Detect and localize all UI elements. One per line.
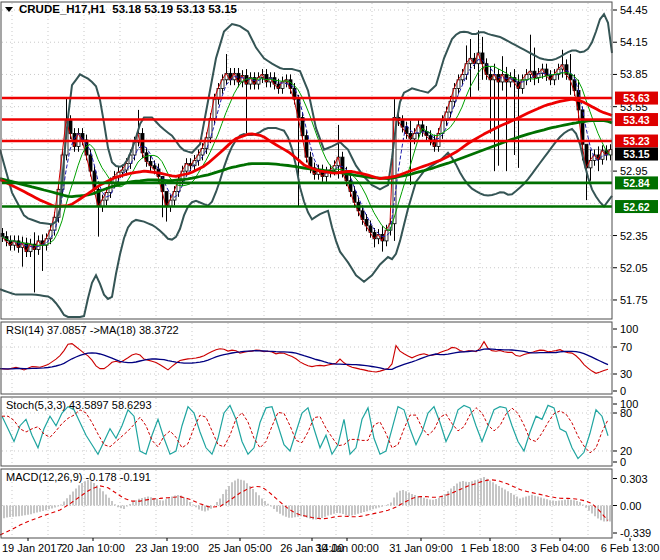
time-axis-label: 6 Feb 13:00 <box>601 542 660 554</box>
time-axis-label: 20 Jan 10:00 <box>61 542 125 554</box>
time-axis-label: 1 Feb 18:00 <box>461 542 520 554</box>
stoch-axis-label: 0 <box>620 456 626 468</box>
time-axis-label: 30 Jan 00:00 <box>315 542 379 554</box>
chart-title-ohlc: 53.18 53.19 53.13 53.15 <box>112 3 237 15</box>
time-axis-label: 31 Jan 09:00 <box>389 542 453 554</box>
price-axis-label: 51.75 <box>620 294 648 306</box>
chart-window: 54.4554.1553.8553.5552.9552.3552.0551.75… <box>0 0 660 560</box>
price-tag-label: 53.63 <box>623 92 649 104</box>
time-axis-label: 3 Feb 04:00 <box>531 542 590 554</box>
rsi-axis-label: 30 <box>620 368 632 380</box>
time-axis-label: 19 Jan 2017 <box>2 542 63 554</box>
rsi-pane-label: RSI(14) 37.0857 ->MA(18) 38.3722 <box>6 324 179 336</box>
macd-pane-label: MACD(12,26,9) -0.178 -0.191 <box>6 471 151 483</box>
price-axis-label: 52.05 <box>620 262 648 274</box>
time-axis-label: 23 Jan 19:00 <box>135 542 199 554</box>
price-tag-label: 53.23 <box>623 135 649 147</box>
stoch-k-line <box>2 405 608 458</box>
rsi-axis-label: 0 <box>620 385 626 397</box>
stoch-pane-label: Stoch(5,3,3) 43.5897 58.6293 <box>6 399 152 411</box>
time-axis-label: 25 Jan 05:00 <box>208 542 272 554</box>
price-chart-canvas[interactable]: 54.4554.1553.8553.5552.9552.3552.0551.75… <box>0 0 660 560</box>
chart-title-symbol: CRUDE_H17,H1 <box>19 3 106 15</box>
price-axis-label: 53.85 <box>620 68 648 80</box>
price-tag-label: 52.62 <box>623 201 649 213</box>
stoch-axis-label: 80 <box>620 407 632 419</box>
macd-axis-label: -0.339 <box>620 527 651 539</box>
macd-axis-label: 0.303 <box>620 473 648 485</box>
chart-title: CRUDE_H17,H153.18 53.19 53.13 53.15 <box>19 3 238 15</box>
price-axis-label: 52.95 <box>620 165 648 177</box>
rsi-axis-label: 100 <box>620 323 638 335</box>
rsi-axis-label: 70 <box>620 341 632 353</box>
price-axis-label: 52.35 <box>620 230 648 242</box>
macd-axis-label: 0.00 <box>620 500 641 512</box>
price-axis-label: 54.45 <box>620 4 648 16</box>
price-tag-label: 53.15 <box>623 148 649 160</box>
price-axis-label: 54.15 <box>620 36 648 48</box>
price-tag-label: 53.43 <box>623 114 649 126</box>
rsi-line <box>0 342 608 374</box>
price-tag-label: 52.84 <box>623 177 649 189</box>
